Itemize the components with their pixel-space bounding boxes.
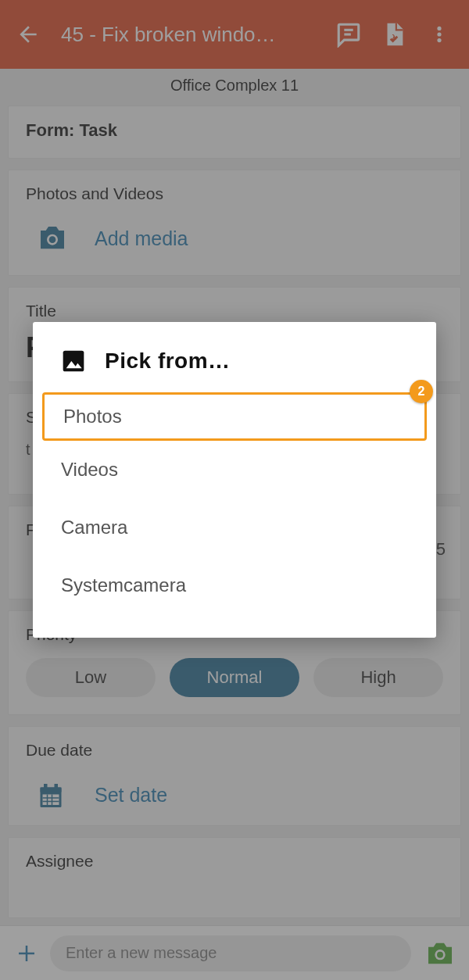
image-icon [61,349,86,374]
dialog-option-systemcamera[interactable]: Systemcamera [33,556,436,614]
svg-rect-19 [63,351,84,372]
dialog-title: Pick from… [105,349,231,374]
step-badge: 2 [410,380,433,403]
pick-source-dialog: Pick from… Photos Videos Camera Systemca… [33,322,436,638]
dialog-option-camera[interactable]: Camera [33,499,436,556]
dialog-option-videos[interactable]: Videos [33,441,436,499]
dialog-option-photos[interactable]: Photos [42,392,427,441]
